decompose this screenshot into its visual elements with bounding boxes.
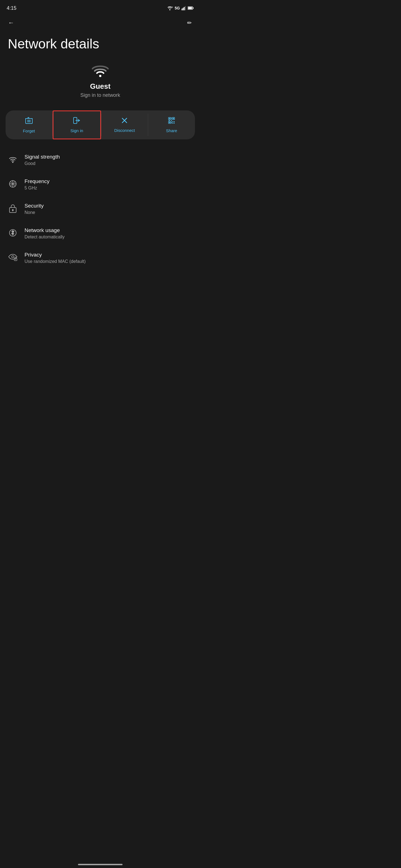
forget-button[interactable]: Forget <box>6 111 52 140</box>
security-item: Security None <box>0 197 200 221</box>
svg-rect-8 <box>193 7 194 9</box>
status-bar: 4:15 ? 5G <box>0 0 200 14</box>
svg-rect-4 <box>184 7 184 10</box>
svg-point-0 <box>169 9 170 10</box>
svg-rect-25 <box>171 122 172 124</box>
eye-lock-icon <box>8 252 18 262</box>
privacy-text: Privacy Use randomized MAC (default) <box>25 252 86 264</box>
action-buttons-row: Forget Sign in Disconnect <box>6 111 195 140</box>
frequency-value: 5 GHz <box>25 186 50 191</box>
svg-rect-2 <box>181 9 182 10</box>
disconnect-button[interactable]: Disconnect <box>102 111 148 140</box>
share-label: Share <box>166 128 177 133</box>
network-usage-item: Network usage Detect automatically <box>0 221 200 246</box>
frequency-icon <box>8 179 18 189</box>
svg-rect-15 <box>173 118 174 119</box>
wifi-large-icon <box>90 63 110 78</box>
security-text: Security None <box>25 203 44 215</box>
back-arrow-icon: ← <box>8 19 14 26</box>
signal-strength-title: Signal strength <box>25 154 60 160</box>
back-button[interactable]: ← <box>4 16 18 30</box>
svg-rect-17 <box>169 122 170 123</box>
svg-point-33 <box>15 259 16 260</box>
network-usage-value: Detect automatically <box>25 235 65 240</box>
page-title: Network details <box>8 37 193 52</box>
svg-rect-3 <box>183 8 183 10</box>
frequency-text: Frequency 5 GHz <box>25 178 50 191</box>
network-usage-title: Network usage <box>25 227 65 234</box>
signal-icon <box>181 6 186 10</box>
sign-in-label: Sign in <box>70 128 83 133</box>
close-icon <box>121 117 128 126</box>
disconnect-label: Disconnect <box>114 128 135 133</box>
svg-rect-24 <box>169 120 170 121</box>
svg-text:?: ? <box>172 6 173 8</box>
5g-indicator: 5G <box>175 6 180 10</box>
security-value: None <box>25 210 44 215</box>
info-list: Signal strength Good Frequency 5 GHz <box>0 145 200 273</box>
svg-rect-20 <box>172 123 173 124</box>
svg-rect-19 <box>174 121 175 122</box>
trash-icon <box>25 117 33 126</box>
qr-icon <box>168 117 175 126</box>
privacy-title: Privacy <box>25 252 86 258</box>
status-time: 4:15 <box>7 5 17 11</box>
top-navigation: ← ✏ <box>0 14 200 31</box>
share-button[interactable]: Share <box>148 111 195 140</box>
wifi-question-icon: ? <box>167 6 173 10</box>
wifi-signal-icon <box>8 154 18 164</box>
signal-strength-value: Good <box>25 161 60 166</box>
signal-strength-text: Signal strength Good <box>25 154 60 166</box>
lock-icon <box>8 204 18 213</box>
svg-rect-13 <box>169 118 170 119</box>
forget-label: Forget <box>23 128 35 133</box>
signin-icon <box>73 117 81 126</box>
svg-rect-23 <box>171 120 172 121</box>
svg-point-9 <box>99 75 102 77</box>
svg-rect-22 <box>171 117 172 119</box>
edit-button[interactable]: ✏ <box>183 16 196 30</box>
dollar-icon <box>8 228 18 238</box>
svg-rect-5 <box>185 6 186 10</box>
network-name: Guest <box>90 82 111 91</box>
svg-rect-21 <box>174 123 175 124</box>
edit-pencil-icon: ✏ <box>187 20 192 26</box>
svg-rect-7 <box>188 7 192 9</box>
sign-in-button[interactable]: Sign in <box>53 111 101 140</box>
status-icons: ? 5G <box>167 6 194 10</box>
svg-point-26 <box>12 161 13 163</box>
network-usage-text: Network usage Detect automatically <box>25 227 65 240</box>
signal-strength-item: Signal strength Good <box>0 148 200 172</box>
frequency-item: Frequency 5 GHz <box>0 172 200 197</box>
svg-rect-18 <box>172 121 173 122</box>
privacy-value: Use randomized MAC (default) <box>25 259 86 264</box>
page-title-section: Network details <box>0 31 200 60</box>
network-connection-status: Sign in to network <box>80 92 120 98</box>
security-title: Security <box>25 203 44 209</box>
network-icon-area: Guest Sign in to network <box>0 60 200 104</box>
frequency-title: Frequency <box>25 178 50 184</box>
privacy-item: Privacy Use randomized MAC (default) <box>0 246 200 270</box>
svg-point-31 <box>12 256 14 258</box>
battery-icon <box>188 6 194 10</box>
svg-point-27 <box>12 183 13 185</box>
